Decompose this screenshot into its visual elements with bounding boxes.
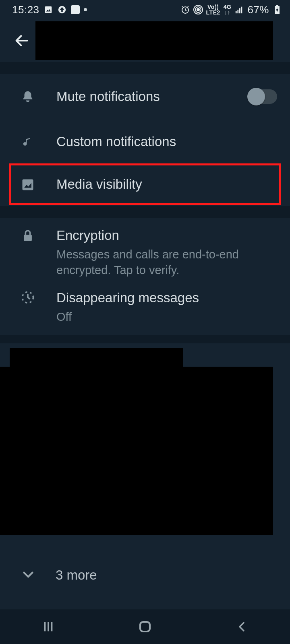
volte-indicator: Vo))LTE2 [206,4,220,15]
timer-icon [19,289,36,305]
battery-percent: 67% [247,4,269,16]
encryption-label: Encryption [56,227,280,244]
media-visibility-row[interactable]: Media visibility [10,164,280,204]
back-button[interactable] [12,31,31,50]
section-heading-redacted [10,348,183,367]
svg-point-4 [197,8,199,11]
status-time: 15:23 [12,4,39,16]
svg-rect-14 [23,180,33,190]
battery-charging-icon [272,5,282,14]
section-divider [0,62,290,74]
alarm-icon [180,5,190,14]
more-label: 3 more [56,568,97,583]
custom-notifications-row[interactable]: Custom notifications [0,119,290,164]
custom-label: Custom notifications [56,133,280,151]
disappearing-value: Off [56,309,250,325]
svg-rect-7 [236,11,237,13]
svg-rect-10 [241,7,242,13]
image-icon [44,5,53,14]
disappearing-label: Disappearing messages [56,289,280,307]
mobile-data-indicator: 4G↓↑ [224,4,232,15]
security-settings-panel: Encryption Messages and calls are end-to… [0,218,290,335]
mute-label: Mute notifications [56,88,248,105]
encryption-subtitle: Messages and calls are end-to-end encryp… [56,247,250,278]
mute-notifications-row[interactable]: Mute notifications [0,74,290,119]
signal-icon [234,5,244,14]
nav-back-button[interactable] [228,617,256,636]
svg-rect-12 [276,5,278,6]
status-bar: 15:23 Vo))LTE2 4G↓↑ [0,0,290,19]
svg-rect-0 [45,6,52,13]
svg-rect-9 [239,8,240,13]
svg-rect-8 [238,10,239,13]
section-divider [0,335,290,343]
disappearing-messages-row[interactable]: Disappearing messages Off [0,284,290,335]
music-note-icon [19,134,36,149]
encryption-row[interactable]: Encryption Messages and calls are end-to… [0,218,290,284]
lock-icon [19,227,36,244]
contact-title-redacted [35,21,273,60]
hotspot-icon [193,5,203,14]
show-more-row[interactable]: 3 more [0,551,290,599]
nav-home-button[interactable] [131,617,159,636]
update-icon [57,5,67,14]
system-navigation-bar [0,609,290,644]
image-icon [19,177,36,192]
app-bar [0,19,290,62]
chevron-down-icon [21,567,37,583]
media-label: Media visibility [56,176,270,193]
mute-toggle[interactable] [248,89,277,104]
svg-rect-16 [24,235,32,241]
participants-list-redacted [0,367,273,535]
more-notifications-dot [84,8,87,11]
nav-recents-button[interactable] [34,617,62,636]
notification-settings-panel: Mute notifications Custom notifications … [0,74,290,204]
app-notification-icon [71,5,80,14]
section-divider [0,206,290,218]
svg-rect-21 [140,622,150,632]
bell-icon [19,89,36,105]
